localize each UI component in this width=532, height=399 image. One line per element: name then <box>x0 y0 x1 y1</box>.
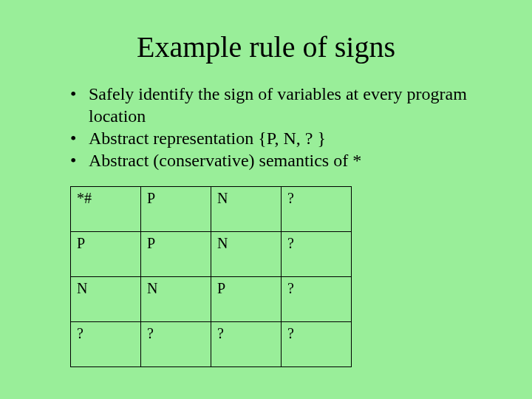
sign-table-wrap: *# P N ? P P N ? N N P ? ? ? ? ? <box>70 186 502 367</box>
table-row: P P N ? <box>71 232 352 277</box>
table-cell: ? <box>282 322 352 367</box>
table-cell: ? <box>282 187 352 232</box>
slide-title: Example rule of signs <box>30 30 502 64</box>
table-cell: N <box>141 277 211 322</box>
table-cell: P <box>141 187 211 232</box>
table-cell: N <box>71 277 141 322</box>
bullet-item: Abstract (conservative) semantics of * <box>66 149 502 171</box>
table-cell: N <box>211 187 282 232</box>
table-cell: ? <box>71 322 141 367</box>
table-cell: ? <box>282 277 352 322</box>
table-row: ? ? ? ? <box>71 322 352 367</box>
bullet-item: Safely identify the sign of variables at… <box>66 83 502 127</box>
table-cell: ? <box>141 322 211 367</box>
slide: Example rule of signs Safely identify th… <box>0 0 532 399</box>
bullet-list: Safely identify the sign of variables at… <box>66 83 502 171</box>
bullet-item: Abstract representation {P, N, ? } <box>66 127 502 149</box>
table-row: N N P ? <box>71 277 352 322</box>
table-cell: N <box>211 232 282 277</box>
table-cell: ? <box>282 232 352 277</box>
table-cell: P <box>71 232 141 277</box>
sign-table: *# P N ? P P N ? N N P ? ? ? ? ? <box>70 186 352 367</box>
table-row: *# P N ? <box>71 187 352 232</box>
table-cell: *# <box>71 187 141 232</box>
table-cell: P <box>141 232 211 277</box>
table-cell: ? <box>211 322 282 367</box>
table-cell: P <box>211 277 282 322</box>
